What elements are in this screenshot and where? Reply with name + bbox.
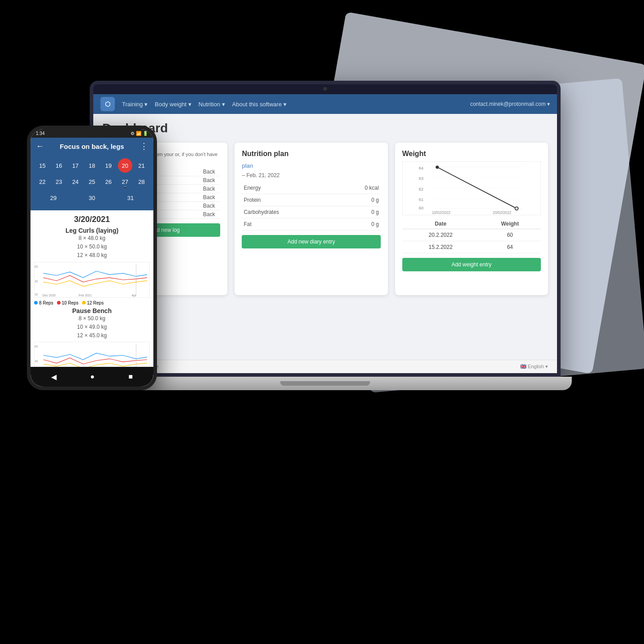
set-1-3: 12 × 48.0 kg (30, 251, 153, 260)
cal-day-30[interactable]: 30 (85, 191, 99, 205)
svg-text:60: 60 (35, 345, 38, 348)
carbs-value: 0 g (337, 206, 381, 218)
legend-10-label: 10 Reps (62, 300, 78, 305)
exercise-1-chart: 60 45 30 Dec 2020 Feb 2021 (34, 262, 150, 298)
laptop: ⬡ Training ▾ Body weight ▾ Nutrition ▾ A… (90, 81, 561, 404)
workout-date: 3/20/2021 (30, 210, 153, 226)
nutrition-row-energy: Energy 0 kcal (242, 182, 380, 194)
add-diary-button[interactable]: Add new diary entry (242, 235, 380, 248)
cal-day-20-selected[interactable]: 20 (118, 158, 132, 173)
date-header: Date (402, 219, 479, 229)
cal-day-16[interactable]: 16 (52, 158, 66, 173)
legend-12-dot (82, 301, 86, 305)
set-1-2: 10 × 50.0 kg (30, 243, 153, 251)
svg-text:45: 45 (35, 279, 38, 283)
svg-text:15/02/2022: 15/02/2022 (432, 211, 451, 215)
add-weight-button[interactable]: Add weight entry (402, 258, 541, 271)
weight-row-2: 15.2.2022 64 (402, 241, 541, 253)
chart-1-legend: 8 Reps 10 Reps 12 Reps (30, 300, 153, 306)
chart-1-svg: 60 45 30 Dec 2020 Feb 2021 (35, 262, 149, 297)
set-2-3: 12 × 45.0 kg (30, 331, 153, 340)
cal-day-26[interactable]: 26 (101, 174, 116, 189)
phone-statusbar: 1:34 ⚙ 📶 🔋 (30, 129, 153, 138)
cal-day-31[interactable]: 31 (123, 191, 138, 205)
cal-day-27-dot[interactable]: 27 (118, 174, 132, 189)
weight-table: Date Weight 20.2.2022 60 15.2. (402, 219, 541, 253)
svg-text:62: 62 (418, 187, 423, 191)
nav-bodyweight[interactable]: Body weight ▾ (155, 101, 191, 108)
legend-10-reps: 10 Reps (57, 300, 78, 305)
legend-8-reps: 8 Reps (34, 300, 53, 305)
page-title: Dashboard (102, 121, 548, 135)
cal-day-22[interactable]: 22 (35, 174, 49, 189)
svg-text:45: 45 (35, 360, 38, 363)
cal-day-23[interactable]: 23 (52, 174, 66, 189)
legend-12-label: 12 Reps (87, 300, 104, 305)
set-2-1: 8 × 50.0 kg (30, 314, 153, 323)
weight-chart: 64 63 62 61 60 15/02/2022 20/02/2022 (402, 161, 541, 215)
cal-day-28[interactable]: 28 (134, 174, 148, 189)
cal-day-24[interactable]: 24 (68, 174, 83, 189)
svg-text:Feb 2021: Feb 2021 (78, 294, 91, 297)
laptop-body: ⬡ Training ▾ Body weight ▾ Nutrition ▾ A… (90, 81, 561, 377)
legend-8-dot (34, 301, 38, 305)
exercise-1-sets: 8 × 48.0 kg 10 × 50.0 kg 12 × 48.0 kg (30, 234, 153, 260)
weight-val-2: 64 (479, 241, 541, 253)
phone-nav-home[interactable]: ● (90, 373, 95, 381)
nav-training[interactable]: Training ▾ (122, 101, 148, 108)
energy-value: 0 kcal (337, 182, 381, 194)
weight-val-1: 60 (479, 229, 541, 241)
phone-back-button[interactable]: ← (36, 142, 44, 151)
cal-day-18[interactable]: 18 (85, 158, 99, 173)
fat-label: Fat (242, 218, 337, 231)
svg-text:64: 64 (418, 165, 423, 170)
nutrition-table: Energy 0 kcal Protein 0 g Carbohydrates … (242, 182, 380, 231)
protein-label: Protein (242, 194, 337, 206)
cal-day-15[interactable]: 15 (35, 158, 49, 173)
language-selector[interactable]: 🇬🇧 English ▾ (520, 364, 548, 370)
exercise-2-title: Pause Bench (30, 307, 153, 314)
phone-workout-content: 3/20/2021 Leg Curls (laying) 8 × 48.0 kg… (30, 210, 153, 386)
svg-text:20/02/2022: 20/02/2022 (493, 211, 512, 215)
calendar-week-1: 15 16 17 18 19 20 21 (34, 158, 150, 173)
logo-icon: ⬡ (105, 100, 110, 108)
cal-day-29[interactable]: 29 (46, 191, 61, 205)
screen-footer: Imprint Terms of service 🇬🇧 English ▾ (93, 360, 557, 373)
cal-day-17[interactable]: 17 (68, 158, 83, 173)
phone-screen: 1:34 ⚙ 📶 🔋 ← Focus on back, legs ⋮ 15 16… (30, 129, 153, 387)
svg-point-12 (435, 165, 439, 169)
svg-point-13 (515, 207, 518, 210)
weight-chart-svg: 64 63 62 61 60 15/02/2022 20/02/2022 (403, 162, 540, 215)
cal-day-19[interactable]: 19 (101, 158, 116, 173)
nutrition-row-fat: Fat 0 g (242, 218, 380, 231)
legend-12-reps: 12 Reps (82, 300, 104, 305)
nutrition-title: Nutrition plan (242, 150, 380, 158)
app-logo: ⬡ (100, 97, 115, 111)
navbar-items: Training ▾ Body weight ▾ Nutrition ▾ Abo… (122, 101, 463, 108)
svg-text:Apr: Apr (132, 294, 137, 297)
calendar-week-3: 29 30 31 (34, 191, 150, 205)
user-email[interactable]: contact.minek@protonmail.com ▾ (470, 101, 550, 107)
cal-day-21[interactable]: 21 (134, 158, 148, 173)
set-1-1: 8 × 48.0 kg (30, 234, 153, 243)
nav-nutrition[interactable]: Nutrition ▾ (199, 101, 225, 108)
weight-card: Weight 64 (395, 143, 548, 295)
phone-time: 1:34 (36, 131, 44, 136)
nutrition-card: Nutrition plan plan – Feb. 21, 2022 Ener… (235, 143, 387, 295)
weight-date-2: 15.2.2022 (402, 241, 479, 253)
phone-nav-back[interactable]: ◀ (51, 373, 57, 381)
nutrition-plan-link[interactable]: plan (242, 162, 253, 169)
phone-nav-recents[interactable]: ■ (129, 373, 133, 381)
svg-text:60: 60 (35, 265, 38, 268)
workout-title: Focus on back, legs (60, 143, 124, 150)
energy-label: Energy (242, 182, 337, 194)
nutrition-date: – Feb. 21, 2022 (242, 172, 380, 178)
nav-about[interactable]: About this software ▾ (232, 101, 287, 108)
navbar: ⬡ Training ▾ Body weight ▾ Nutrition ▾ A… (93, 94, 557, 114)
cal-day-25[interactable]: 25 (85, 174, 99, 189)
phone-menu-button[interactable]: ⋮ (140, 141, 148, 151)
set-2-2: 10 × 49.0 kg (30, 323, 153, 331)
phone-appbar: ← Focus on back, legs ⋮ (30, 138, 153, 155)
dashboard-cards: workout is selected from your or, if you… (102, 143, 548, 295)
carbs-label: Carbohydrates (242, 206, 337, 218)
